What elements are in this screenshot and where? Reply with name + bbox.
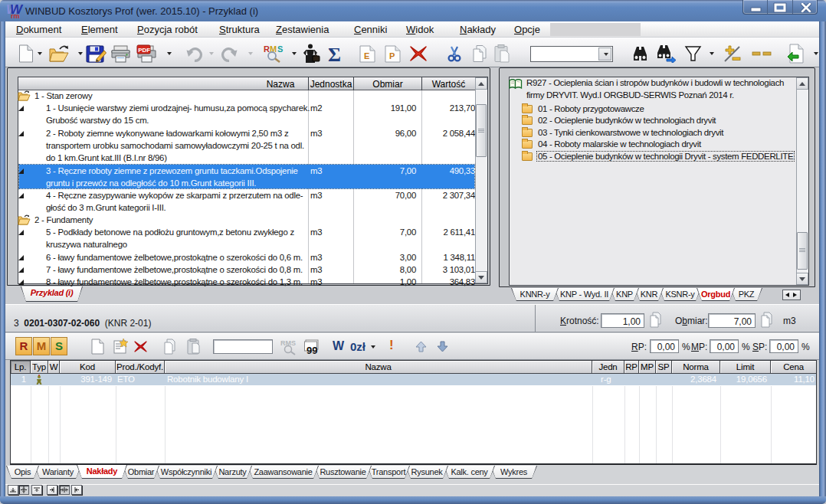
svg-text:99: 99 bbox=[306, 345, 317, 355]
svg-text:E: E bbox=[364, 51, 369, 61]
svg-text:rm: rm bbox=[11, 12, 20, 20]
svg-text:R: R bbox=[264, 44, 270, 54]
svg-text:Σ: Σ bbox=[328, 44, 341, 64]
svg-text:P: P bbox=[389, 51, 395, 61]
svg-text:PDF: PDF bbox=[138, 47, 150, 54]
svg-text:S: S bbox=[277, 44, 283, 54]
